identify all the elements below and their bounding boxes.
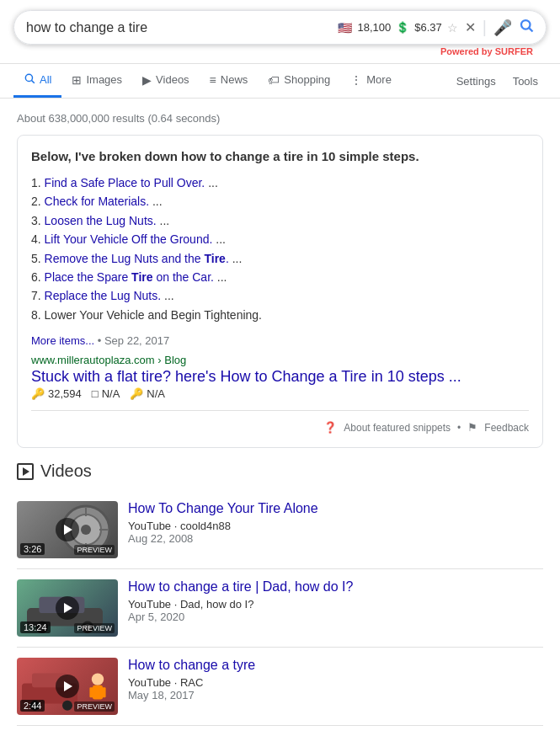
stat-2-val: N/A (102, 387, 120, 400)
star-icon: ☆ (447, 21, 458, 35)
feedback-icon: ⚑ (467, 421, 477, 434)
preview-label-1: PREVIEW (74, 545, 115, 555)
list-item: 3. Loosen the Lug Nuts. ... (31, 211, 529, 230)
step-4-link[interactable]: Lift Your Vehicle Off the Ground. (45, 232, 213, 246)
all-icon (24, 72, 35, 87)
search-button[interactable] (519, 18, 534, 37)
list-item: 7. Replace the Lug Nuts. ... (31, 286, 529, 305)
play-button-3[interactable] (56, 675, 79, 698)
snippet-date: Sep 22, 2017 (104, 334, 169, 347)
step-5-link[interactable]: Remove the Lug Nuts and the Tire. (45, 252, 229, 265)
svg-point-20 (62, 701, 72, 711)
video-title-1[interactable]: How To Change Your Tire Alone (128, 501, 543, 516)
feedback-link[interactable]: Feedback (484, 422, 529, 434)
close-icon[interactable]: ✕ (465, 19, 476, 35)
svg-point-2 (25, 74, 32, 81)
images-icon: ⊞ (72, 73, 82, 87)
video-thumbnail-2[interactable]: 13:24 PREVIEW (17, 579, 118, 637)
svg-line-3 (32, 81, 35, 83)
snippet-meta: More items... • Sep 22, 2017 (31, 334, 529, 347)
tab-shopping[interactable]: 🏷 Shopping (258, 65, 340, 98)
search-input[interactable] (26, 20, 331, 35)
list-item: 2. Check for Materials. ... (31, 192, 529, 211)
tab-all[interactable]: All (13, 64, 61, 98)
step-7-link[interactable]: Replace the Lug Nuts. (45, 289, 162, 302)
tab-images[interactable]: ⊞ Images (61, 65, 132, 98)
search-count: 18,100 (357, 21, 391, 34)
video-date-3: May 18, 2017 (128, 689, 543, 701)
step-6-link[interactable]: Place the Spare Tire on the Car. (45, 270, 214, 284)
mic-icon[interactable]: 🎤 (493, 19, 512, 37)
tools-button[interactable]: Tools (504, 67, 547, 96)
video-source-2: YouTube · Dad, how do I? (128, 598, 543, 611)
tab-news[interactable]: ≡ News (200, 65, 259, 98)
video-info-3: How to change a tyre YouTube · RAC May 1… (128, 658, 543, 701)
footer-bullet: • (457, 422, 461, 434)
step-6-suffix: ... (217, 270, 227, 284)
about-snippets-link[interactable]: About featured snippets (344, 422, 451, 434)
play-box-icon (17, 463, 34, 480)
step-2-link[interactable]: Check for Materials. (45, 195, 149, 208)
tab-news-label: News (221, 73, 248, 86)
snippet-list: 1. Find a Safe Place to Pull Over. ... 2… (31, 173, 529, 324)
list-item: 4. Lift Your Vehicle Off the Ground. ... (31, 230, 529, 248)
source-title-link[interactable]: Stuck with a flat tire? here's How to Ch… (31, 368, 529, 386)
video-item-1: 3:26 PREVIEW How To Change Your Tire Alo… (17, 491, 543, 569)
search-bar: 🇺🇸 18,100 💲 $6.37 ☆ ✕ | 🎤 (13, 10, 547, 45)
step-4-suffix: ... (216, 232, 226, 246)
video-dot-3: · (174, 676, 180, 689)
surfer-label: SURFER (495, 46, 533, 56)
play-button-2[interactable] (56, 596, 79, 620)
stat-1-val: 32,594 (48, 387, 82, 400)
snippet-title: Below, I've broken down how to change a … (31, 149, 529, 163)
tab-shopping-label: Shopping (284, 73, 330, 86)
video-info-2: How to change a tire | Dad, how do I? Yo… (128, 579, 543, 623)
video-title-2[interactable]: How to change a tire | Dad, how do I? (128, 579, 543, 595)
tab-more[interactable]: ⋮ More (340, 65, 402, 98)
svg-line-1 (529, 28, 532, 31)
news-icon: ≡ (210, 73, 216, 87)
divider: | (483, 18, 487, 37)
results-count: About 638,000,000 results (0.64 seconds) (17, 105, 543, 135)
step-3-suffix: ... (160, 214, 170, 227)
video-title-3[interactable]: How to change a tyre (128, 658, 543, 673)
step-7-suffix: ... (164, 289, 174, 302)
step-3-link[interactable]: Loosen the Lug Nuts. (45, 214, 157, 227)
more-items-link[interactable]: More items... (31, 334, 94, 347)
search-meta: 🇺🇸 18,100 💲 $6.37 ☆ (338, 21, 457, 35)
svg-rect-24 (99, 687, 105, 697)
video-channel-1: coold4n88 (180, 520, 231, 532)
key-icon-2: 🔑 (130, 387, 143, 400)
list-item: 6. Place the Spare Tire on the Car. ... (31, 268, 529, 286)
stat-2: □ N/A (92, 387, 120, 400)
settings-button[interactable]: Settings (448, 67, 504, 96)
search-bar-container: 🇺🇸 18,100 💲 $6.37 ☆ ✕ | 🎤 Powered by SUR… (0, 0, 560, 64)
question-icon: ❓ (323, 421, 337, 434)
tab-images-label: Images (86, 73, 122, 86)
video-source-3: YouTube · RAC (128, 676, 543, 689)
video-thumbnail-1[interactable]: 3:26 PREVIEW (17, 501, 118, 558)
powered-by: Powered by SURFER (13, 45, 547, 56)
videos-title: Videos (40, 461, 92, 481)
svg-point-21 (92, 674, 104, 685)
play-button-1[interactable] (56, 518, 79, 541)
video-platform-2: YouTube (128, 598, 171, 611)
step-1-link[interactable]: Find a Safe Place to Pull Over. (45, 176, 205, 189)
key-icon-1: 🔑 (31, 387, 45, 400)
video-source-1: YouTube · coold4n88 (128, 520, 543, 532)
tab-all-label: All (40, 73, 51, 86)
tab-videos[interactable]: ▶ Videos (132, 65, 200, 98)
tab-more-label: More (366, 73, 392, 86)
videos-header: Videos (17, 461, 543, 481)
cpc-value: $6.37 (414, 21, 442, 34)
video-info-1: How To Change Your Tire Alone YouTube · … (128, 501, 543, 545)
videos-section: Videos 3:26 PREVIEW (17, 461, 543, 726)
source-url: www.millerautoplaza.com › Blog (31, 354, 529, 366)
video-duration-1: 3:26 (20, 543, 45, 555)
source-stats: 🔑 32,594 □ N/A 🔑 N/A (31, 387, 529, 400)
video-thumbnail-3[interactable]: 2:44 PREVIEW (17, 658, 118, 715)
svg-point-6 (81, 525, 91, 535)
preview-label-2: PREVIEW (74, 623, 115, 633)
list-item: 5. Remove the Lug Nuts and the Tire. ... (31, 249, 529, 268)
results-container: About 638,000,000 results (0.64 seconds)… (0, 99, 560, 733)
